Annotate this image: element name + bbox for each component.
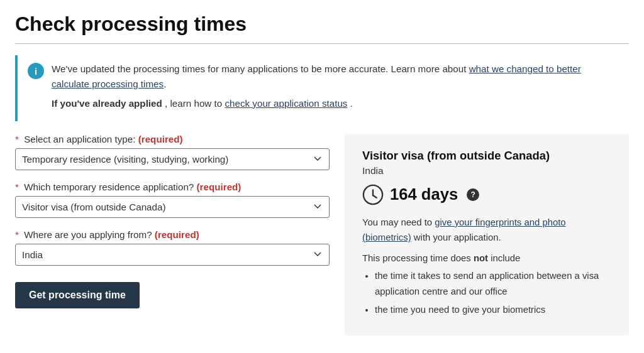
- result-country: India: [362, 165, 611, 176]
- clock-icon: [362, 184, 384, 205]
- required-text-2: (required): [197, 182, 242, 192]
- svg-line-2: [373, 195, 377, 198]
- check-status-link[interactable]: check your application status: [225, 98, 347, 109]
- label-residence-type: * Which temporary residence application?…: [15, 182, 330, 192]
- not-include-title: This processing time does not include: [362, 253, 611, 263]
- page-title: Check processing times: [15, 13, 629, 36]
- help-icon[interactable]: ?: [467, 188, 479, 201]
- required-text-1: (required): [138, 134, 183, 144]
- required-star-1: *: [15, 134, 19, 144]
- label-application-type: * Select an application type: (required): [15, 134, 330, 144]
- not-include-list: the time it takes to send an application…: [362, 268, 611, 318]
- required-text-3: (required): [155, 229, 199, 240]
- required-star-3: *: [15, 229, 19, 240]
- info-banner-text: We've updated the processing times for m…: [52, 62, 619, 115]
- list-item: the time it takes to send an application…: [375, 268, 611, 300]
- info-line-2: If you've already applied , learn how to…: [52, 96, 619, 111]
- info-banner: i We've updated the processing times for…: [15, 55, 629, 121]
- label-country: * Where are you applying from? (required…: [15, 229, 330, 240]
- get-processing-time-button[interactable]: Get processing time: [15, 282, 140, 308]
- result-time: 164 days ?: [362, 184, 611, 205]
- required-star-2: *: [15, 182, 19, 192]
- info-line-1: We've updated the processing times for m…: [52, 62, 619, 92]
- application-type-select[interactable]: Temporary residence (visiting, studying,…: [15, 148, 330, 170]
- result-card: Visitor visa (from outside Canada) India…: [345, 134, 629, 335]
- main-content: * Select an application type: (required)…: [15, 134, 629, 335]
- country-select[interactable]: India Canada United States United Kingdo…: [15, 244, 330, 266]
- field-group-application-type: * Select an application type: (required)…: [15, 134, 330, 170]
- result-note: You may need to give your fingerprints a…: [362, 215, 611, 246]
- result-days: 164 days: [390, 185, 458, 204]
- page-wrapper: Check processing times i We've updated t…: [0, 0, 644, 353]
- list-item: the time you need to give your biometric…: [375, 302, 611, 318]
- form-section: * Select an application type: (required)…: [15, 134, 330, 308]
- result-title: Visitor visa (from outside Canada): [362, 149, 611, 163]
- residence-type-select[interactable]: Visitor visa (from outside Canada) Study…: [15, 196, 330, 218]
- field-group-residence-type: * Which temporary residence application?…: [15, 182, 330, 218]
- info-icon: i: [28, 63, 44, 79]
- field-group-country: * Where are you applying from? (required…: [15, 229, 330, 266]
- title-divider: [15, 43, 629, 44]
